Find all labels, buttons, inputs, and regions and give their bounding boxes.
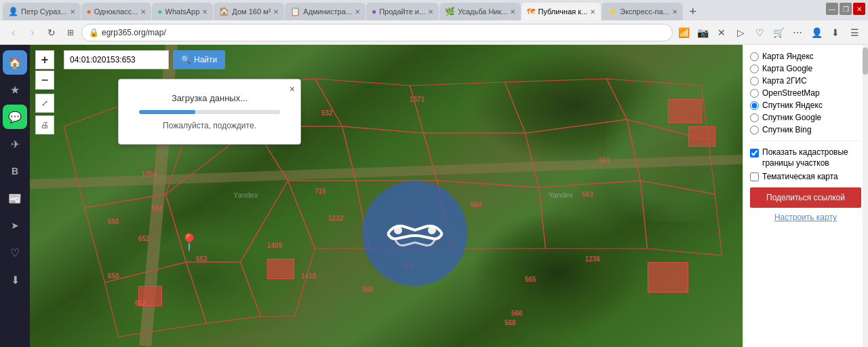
profile-button[interactable]: 👤 (808, 24, 825, 41)
tab-add-button[interactable]: + (684, 3, 703, 20)
forward-button[interactable]: › (24, 24, 41, 41)
camera-button[interactable]: 📷 (694, 24, 711, 41)
tab-favicon-8: 🗺 (527, 7, 535, 16)
radio-bing-sat-label: Спутник Bing (762, 125, 812, 134)
reload-button[interactable]: ↻ (43, 24, 60, 41)
loading-text: Загрузка данных... (139, 93, 280, 103)
fullscreen-button[interactable]: ⤢ (35, 94, 54, 113)
tab-close-3[interactable]: ✕ (202, 8, 208, 16)
window-close-button[interactable]: ✕ (853, 3, 865, 15)
handshake-overlay (362, 181, 467, 286)
tab-close-5[interactable]: ✕ (355, 8, 360, 16)
thematic-checkbox[interactable] (750, 172, 759, 181)
show-cadastral-checkbox-row[interactable]: Показать кадастровые границы участков (750, 147, 861, 168)
back-button[interactable]: ‹ (5, 24, 22, 41)
thematic-checkbox-row[interactable]: Тематическая карта (750, 172, 861, 181)
radio-yandex-map[interactable]: Карта Яндекс (750, 52, 861, 61)
share-link-button[interactable]: Поделиться ссылкой (750, 187, 861, 208)
tab-close-6[interactable]: ✕ (428, 8, 433, 16)
tab-close-9[interactable]: ✕ (672, 8, 677, 16)
zoom-out-button[interactable]: − (35, 71, 54, 90)
show-cadastral-checkbox[interactable] (750, 149, 759, 158)
label-650b: 650 (108, 272, 119, 280)
sidebar-icon-send[interactable]: ➤ (3, 213, 27, 238)
tab-close-8[interactable]: ✕ (590, 8, 595, 16)
right-panel: Карта Яндекс Карта Google Карта 2ГИС Ope… (743, 45, 868, 347)
tab-close-2[interactable]: ✕ (140, 8, 146, 16)
radio-google-sat-label: Спутник Google (762, 113, 821, 122)
svg-marker-5 (505, 79, 627, 133)
tab-publichna[interactable]: 🗺 Публичная к... ✕ (521, 3, 601, 20)
map-container[interactable]: 532 1371 561 564 563 716 1232 565 566 14… (30, 45, 743, 347)
sidebar-icon-heart[interactable]: ♡ (3, 240, 27, 265)
tab-close-4[interactable]: ✕ (273, 8, 279, 16)
label-1232: 1232 (328, 215, 343, 222)
radio-2gis-map-label: Карта 2ГИС (762, 76, 807, 86)
radio-osm-map[interactable]: OpenStreetMap (750, 88, 861, 98)
loading-progress-fill (139, 110, 195, 114)
radio-bing-sat[interactable]: Спутник Bing (750, 125, 861, 134)
label-651: 651 (152, 204, 163, 212)
tab-dom[interactable]: 🏠 Дом 160 м² ✕ (214, 3, 284, 20)
map-type-group: Карта Яндекс Карта Google Карта 2ГИС Ope… (750, 52, 861, 134)
scrollbar-thumb[interactable] (863, 48, 868, 75)
settings-link[interactable]: Настроить карту (750, 213, 861, 222)
main-content: 🏠 ★ 💬 ✈ В 📰 ➤ ♡ ⬇ (0, 45, 868, 347)
radio-google-map[interactable]: Карта Google (750, 64, 861, 73)
sidebar-icon-download[interactable]: ⬇ (3, 268, 27, 292)
tab-title-4: Дом 160 м² (232, 7, 271, 16)
tab-admin[interactable]: 📋 Администра... ✕ (285, 3, 366, 20)
sidebar-icon-home[interactable]: 🏠 (3, 50, 27, 75)
tab-whatsapp[interactable]: ● WhatsApp ✕ (152, 3, 213, 20)
tab-favicon-2: ● (87, 7, 92, 16)
tab-close-7[interactable]: ✕ (510, 8, 515, 16)
tab-petр[interactable]: 👤 Петр Сураз... ✕ (3, 3, 81, 20)
find-button[interactable]: 🔍 Найти (173, 50, 225, 69)
cart-button[interactable]: 🛒 (770, 24, 787, 41)
zoom-in-button[interactable]: + (35, 50, 54, 69)
label-652a: 652 (138, 235, 150, 242)
window-restore-button[interactable]: ❐ (840, 3, 852, 15)
label-532: 532 (321, 109, 333, 117)
address-bar[interactable]: 🔒 egrp365.org/map/ (81, 24, 673, 41)
tab-close-1[interactable]: ✕ (70, 8, 75, 16)
print-button[interactable]: 🖨 (35, 115, 54, 134)
extensions-button[interactable]: ⋯ (789, 24, 806, 41)
menu-button[interactable]: ☰ (846, 24, 863, 41)
sidebar-icon-vk[interactable]: В (3, 159, 27, 183)
heart-button[interactable]: ♡ (751, 24, 768, 41)
label-565b: 565 (525, 276, 536, 283)
tab-prodajte[interactable]: ● Продайте и... ✕ (366, 3, 439, 20)
radio-yandex-sat[interactable]: Спутник Яндекс (750, 101, 861, 110)
radio-2gis-map[interactable]: Карта 2ГИС (750, 76, 861, 86)
label-1371: 1371 (410, 96, 425, 103)
bookmark-button[interactable]: 📶 (675, 24, 692, 41)
svg-point-22 (394, 226, 402, 234)
label-1418: 1418 (301, 272, 316, 280)
label-653: 653 (196, 255, 208, 263)
tab-favicon-4: 🏠 (219, 7, 229, 16)
tab-title-2: Однокласс... (94, 7, 138, 16)
svg-marker-3 (315, 79, 424, 133)
grid-button[interactable]: ⊞ (62, 24, 79, 41)
sidebar-icon-whatsapp[interactable]: 💬 (3, 105, 27, 129)
download-button[interactable]: ⬇ (827, 24, 844, 41)
tab-odnoklassniki[interactable]: ● Однокласс... ✕ (81, 3, 152, 20)
loading-progress-bar (139, 110, 280, 114)
window-minimize-button[interactable]: — (826, 3, 838, 15)
right-panel-scrollbar[interactable] (863, 45, 868, 347)
tab-usadba[interactable]: 🌿 Усадьба Ник... ✕ (439, 3, 521, 20)
sidebar-icon-star[interactable]: ★ (3, 77, 27, 102)
sidebar-icon-news[interactable]: 📰 (3, 186, 27, 211)
rss-button[interactable]: ▷ (732, 24, 749, 41)
loading-close-button[interactable]: × (290, 84, 295, 94)
label-1354: 1354 (142, 170, 157, 178)
label-652b: 652 (135, 299, 146, 307)
radio-google-sat[interactable]: Спутник Google (750, 113, 861, 122)
tab-express[interactable]: ⚡ Экспресс-па... ✕ (601, 3, 682, 20)
cadastral-input-field[interactable] (64, 50, 169, 69)
sidebar-icon-telegram[interactable]: ✈ (3, 132, 27, 156)
refresh-button2[interactable]: ✕ (713, 24, 730, 41)
panel-divider (750, 141, 861, 141)
label-564: 564 (471, 201, 482, 208)
